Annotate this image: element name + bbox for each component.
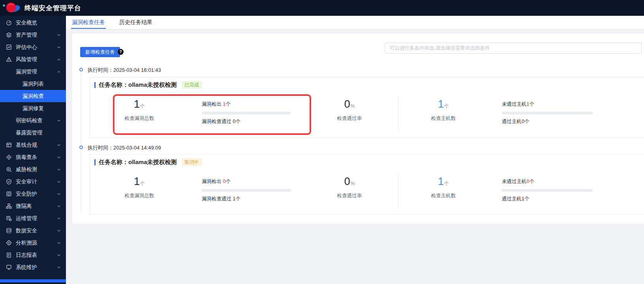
virus-icon: [6, 154, 12, 160]
tab-history-results[interactable]: 历史任务结果: [118, 16, 153, 29]
stat-host-count: 1个 检查主机数: [420, 176, 467, 199]
sidebar-item-ops-management[interactable]: 运维管理: [0, 212, 66, 224]
title-accent-bar: [94, 159, 96, 165]
warning-icon: [6, 56, 12, 62]
sidebar-item-vuln-list[interactable]: 漏洞列表: [0, 78, 66, 90]
sidebar-item-security-protection[interactable]: 安全防护: [0, 188, 66, 200]
chevron-down-icon: [57, 217, 61, 220]
shield-check-icon: [6, 179, 12, 185]
timeline-dot: [79, 68, 83, 71]
chevron-down-icon: [57, 155, 61, 159]
app-header: 终端安全管理平台: [0, 0, 644, 16]
sidebar-item-log-report[interactable]: 日志报表: [0, 249, 66, 261]
list-grid-icon: [6, 142, 12, 148]
task-card[interactable]: 任务名称：ollama未授权检测 取消中 1个 检查漏洞总数 漏洞检出 0个 漏…: [90, 154, 644, 215]
sidebar-item-assessment-center[interactable]: 评估中心: [0, 41, 66, 53]
stat-vuln-detected: 漏洞检出 1个 漏洞检查通过 0个: [202, 101, 291, 125]
timeline-dot: [79, 146, 83, 149]
sidebar-item-weak-password-check[interactable]: 弱密码检查: [0, 114, 66, 127]
sidebar-item-exposure-management[interactable]: 暴露面管理: [0, 127, 66, 139]
document-icon: [6, 252, 12, 258]
chevron-down-icon: [57, 253, 61, 257]
main-content: 新增检查任务 ? 执行时间：2025-03-04 16:01:43 任务名称：o…: [66, 29, 644, 284]
database-icon: [6, 228, 12, 234]
chart-icon: [6, 44, 12, 50]
title-accent-bar: [94, 82, 96, 88]
task-name: 任务名称：ollama未授权检测: [99, 159, 177, 166]
task-name: 任务名称：ollama未授权检测: [99, 81, 177, 89]
sidebar-item-vuln-management[interactable]: 漏洞管理: [0, 65, 66, 78]
chevron-down-icon: [57, 241, 61, 245]
sidebar-item-asset-management[interactable]: 资产管理: [0, 29, 66, 41]
chevron-down-icon: [57, 265, 61, 269]
sidebar-item-system-maintenance[interactable]: 系统维护: [0, 261, 66, 273]
stat-host-count: 1个 检查主机数: [420, 99, 467, 122]
shield-box-icon: [6, 191, 12, 197]
chevron-down-icon: [57, 33, 61, 37]
chevron-down-icon: [57, 192, 61, 196]
task-panel: 新增检查任务 ? 执行时间：2025-03-04 16:01:43 任务名称：o…: [72, 34, 644, 224]
sidebar-item-security-audit[interactable]: 安全审计: [0, 176, 66, 188]
sidebar-item-analysis-trace[interactable]: 分析溯源: [0, 237, 66, 249]
progress-bar: [502, 189, 593, 192]
task-exec-time: 执行时间：2025-03-04 14:49:09: [88, 144, 161, 151]
status-badge: 已完成: [182, 81, 202, 89]
help-icon[interactable]: ?: [118, 49, 124, 55]
server-gear-icon: [6, 215, 12, 221]
tab-vuln-check-tasks[interactable]: 漏洞检查任务: [71, 16, 106, 29]
stats-divider: [398, 173, 398, 209]
stat-total-vulns: 1个 检查漏洞总数: [116, 99, 163, 122]
tab-bar: 漏洞检查任务 历史任务结果: [66, 16, 644, 29]
target-icon: [6, 240, 12, 246]
sidebar-item-vuln-check[interactable]: 漏洞检查: [0, 90, 66, 102]
search-icon: [6, 166, 12, 172]
sidebar-item-baseline-compliance[interactable]: 基线合规: [0, 139, 66, 151]
chevron-down-icon: [57, 180, 61, 184]
sidebar-item-virus-scan[interactable]: 病毒查杀: [0, 151, 66, 163]
chevron-down-icon: [57, 143, 61, 147]
dashboard-icon: [6, 20, 12, 26]
sidebar-item-vuln-fix[interactable]: 漏洞修复: [0, 102, 66, 114]
task-card[interactable]: 任务名称：ollama未授权检测 已完成 1个 检查漏洞总数 漏洞检出 1个 漏…: [90, 77, 644, 138]
chevron-down-icon: [57, 119, 61, 123]
stat-host-pass: 未通过主机0个 通过主机1个: [502, 178, 593, 202]
sidebar-item-security-overview[interactable]: 安全概览: [0, 17, 66, 29]
chevron-down-icon: [57, 168, 61, 172]
stat-pass-rate: 0% 检查通过率: [326, 176, 373, 199]
task-stats-row: 1个 检查漏洞总数 漏洞检出 1个 漏洞检查通过 0个 0% 检查通过率 1个 …: [90, 95, 644, 132]
sidebar-item-threat-detection[interactable]: 威胁检测: [0, 163, 66, 176]
network-icon: [6, 203, 12, 209]
chevron-down-icon: [57, 204, 61, 208]
stat-pass-rate: 0% 检查通过率: [326, 99, 373, 122]
stat-total-vulns: 1个 检查漏洞总数: [116, 176, 163, 199]
sidebar-item-data-security[interactable]: 数据安全: [0, 224, 66, 237]
brand-logo-icon: [2, 1, 23, 15]
progress-bar: [502, 112, 593, 114]
sidebar-item-risk-management[interactable]: 风险管理: [0, 53, 66, 65]
monitor-icon: [6, 264, 12, 270]
task-exec-time: 执行时间：2025-03-04 16:01:43: [88, 67, 161, 74]
chevron-down-icon: [57, 45, 61, 49]
timeline-line: [81, 71, 81, 213]
sidebar-item-micro-segmentation[interactable]: 微隔离: [0, 200, 66, 212]
sidebar-nav: 安全概览 资产管理 评估中心 风险管理 漏洞管理: [0, 16, 66, 284]
task-stats-row: 1个 检查漏洞总数 漏洞检出 0个 漏洞检查通过 1个 0% 检查通过率 1个 …: [90, 173, 644, 209]
progress-bar: [202, 112, 291, 114]
progress-bar: [202, 189, 291, 192]
sidebar-scrollbar[interactable]: [0, 279, 66, 282]
chevron-up-icon: [57, 58, 61, 62]
chevron-down-icon: [57, 229, 61, 233]
stat-host-pass: 未通过主机1个 通过主机0个: [502, 101, 593, 125]
stat-vuln-detected: 漏洞检出 0个 漏洞检查通过 1个: [202, 178, 291, 202]
app-title: 终端安全管理平台: [24, 4, 81, 13]
stats-divider: [398, 95, 398, 132]
layers-icon: [6, 32, 12, 38]
status-badge: 取消中: [182, 158, 202, 166]
add-check-task-button[interactable]: 新增检查任务: [80, 47, 120, 57]
chevron-up-icon: [57, 70, 61, 74]
filter-input[interactable]: [385, 43, 642, 54]
